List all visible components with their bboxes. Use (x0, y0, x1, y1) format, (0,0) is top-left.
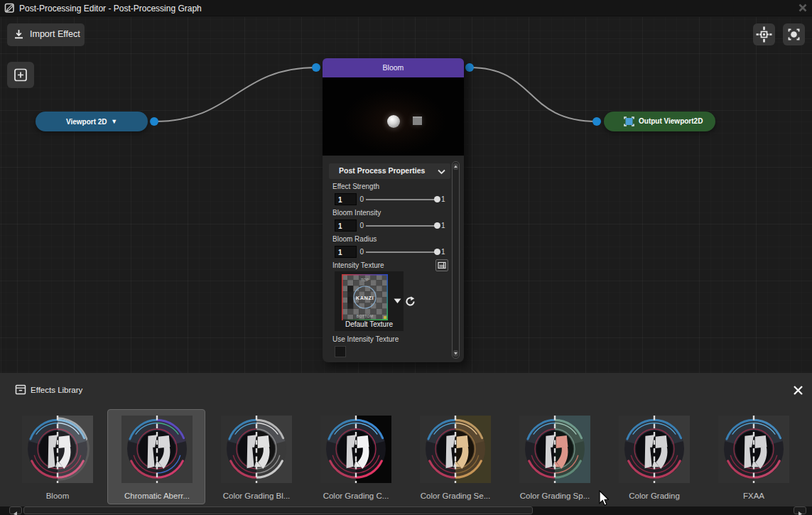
svg-text:TOP: TOP (361, 278, 369, 282)
svg-text:KANZI: KANZI (356, 295, 374, 301)
svg-text:BOTTOM: BOTTOM (357, 314, 374, 318)
